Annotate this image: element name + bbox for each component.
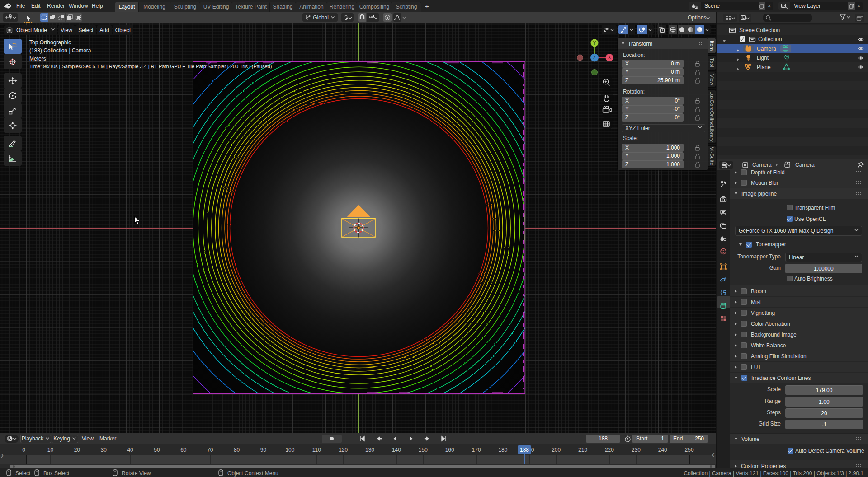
svg-text:Y: Y [593, 41, 596, 46]
svg-text:X: X [608, 55, 611, 60]
svg-text:Z: Z [593, 55, 596, 60]
